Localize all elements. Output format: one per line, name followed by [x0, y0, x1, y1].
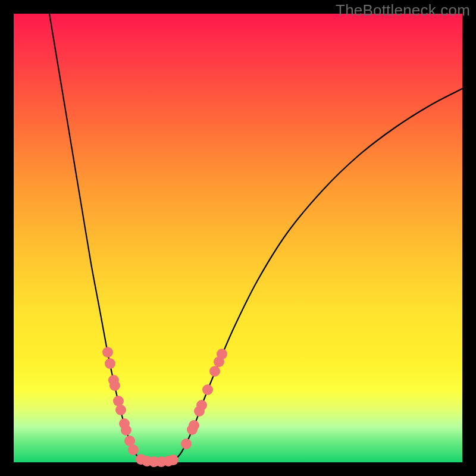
marker-dot [209, 366, 220, 377]
marker-dot [168, 455, 178, 465]
marker-dot [217, 349, 227, 359]
marker-dot [128, 444, 139, 455]
marker-dot [181, 439, 192, 449]
marker-dot [202, 384, 213, 395]
bottleneck-curve [49, 14, 462, 462]
marker-dot [121, 425, 131, 436]
marker-dot [109, 380, 120, 391]
chart-svg [14, 14, 462, 462]
watermark-text: TheBottleneck.com [336, 1, 470, 20]
marker-dot [102, 347, 113, 358]
marker-dot [105, 358, 115, 369]
marker-dot [115, 405, 126, 415]
marker-dot [189, 420, 199, 431]
marker-dot [196, 400, 207, 411]
chart-gradient-area [14, 14, 462, 462]
marker-dot-layer [102, 347, 227, 467]
